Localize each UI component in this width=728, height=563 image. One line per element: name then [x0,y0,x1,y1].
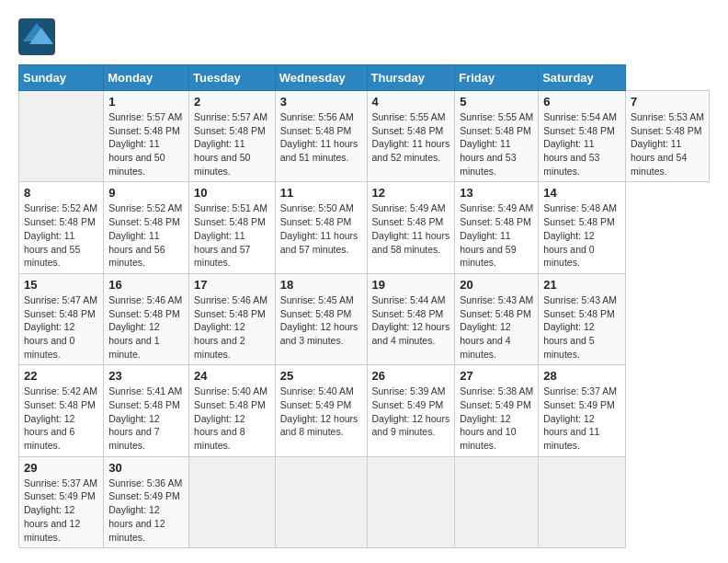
calendar-cell: 2 Sunrise: 5:57 AM Sunset: 5:48 PM Dayli… [189,91,276,182]
calendar-cell: 13 Sunrise: 5:49 AM Sunset: 5:48 PM Dayl… [455,182,539,273]
calendar-cell: 8 Sunrise: 5:52 AM Sunset: 5:48 PM Dayli… [19,182,104,273]
calendar-cell: 20 Sunrise: 5:43 AM Sunset: 5:48 PM Dayl… [455,273,539,364]
day-header-thursday: Thursday [367,65,455,91]
day-number: 28 [543,369,620,383]
day-detail: Sunrise: 5:52 AM Sunset: 5:48 PM Dayligh… [24,201,98,269]
calendar-cell [189,456,276,547]
calendar-cell [19,91,104,182]
day-number: 1 [108,95,184,109]
calendar-cell: 26 Sunrise: 5:39 AM Sunset: 5:49 PM Dayl… [367,365,455,456]
day-header-saturday: Saturday [539,65,626,91]
calendar-cell: 9 Sunrise: 5:52 AM Sunset: 5:48 PM Dayli… [104,182,189,273]
day-detail: Sunrise: 5:37 AM Sunset: 5:49 PM Dayligh… [24,477,98,544]
day-number: 19 [372,278,450,292]
calendar-cell [367,456,455,547]
day-number: 24 [194,369,270,383]
day-detail: Sunrise: 5:37 AM Sunset: 5:49 PM Dayligh… [543,385,620,452]
day-number: 25 [280,369,362,383]
calendar-cell: 4 Sunrise: 5:55 AM Sunset: 5:48 PM Dayli… [367,91,455,182]
day-number: 18 [280,278,362,292]
day-header-tuesday: Tuesday [189,65,276,91]
day-number: 12 [372,186,450,200]
day-number: 29 [24,461,98,475]
day-number: 21 [543,278,620,292]
calendar-cell: 19 Sunrise: 5:44 AM Sunset: 5:48 PM Dayl… [367,273,455,364]
day-detail: Sunrise: 5:40 AM Sunset: 5:49 PM Dayligh… [280,385,362,439]
day-header-monday: Monday [104,65,189,91]
calendar-cell: 17 Sunrise: 5:46 AM Sunset: 5:48 PM Dayl… [189,273,276,364]
day-detail: Sunrise: 5:46 AM Sunset: 5:48 PM Dayligh… [108,293,184,361]
day-number: 22 [24,369,98,383]
day-detail: Sunrise: 5:44 AM Sunset: 5:48 PM Dayligh… [372,293,450,348]
calendar-cell [539,456,626,547]
day-detail: Sunrise: 5:43 AM Sunset: 5:48 PM Dayligh… [543,293,620,361]
day-number: 2 [194,95,270,109]
day-number: 14 [543,186,620,200]
calendar-cell: 24 Sunrise: 5:40 AM Sunset: 5:48 PM Dayl… [189,365,276,456]
day-number: 13 [460,186,533,200]
day-number: 10 [194,186,270,200]
day-detail: Sunrise: 5:57 AM Sunset: 5:48 PM Dayligh… [194,110,270,178]
day-detail: Sunrise: 5:48 AM Sunset: 5:48 PM Dayligh… [543,201,620,269]
day-detail: Sunrise: 5:46 AM Sunset: 5:48 PM Dayligh… [194,293,270,361]
day-number: 3 [280,95,362,109]
calendar-cell: 11 Sunrise: 5:50 AM Sunset: 5:48 PM Dayl… [275,182,367,273]
day-detail: Sunrise: 5:50 AM Sunset: 5:48 PM Dayligh… [280,201,362,256]
day-detail: Sunrise: 5:42 AM Sunset: 5:48 PM Dayligh… [24,385,98,452]
day-number: 8 [24,186,98,200]
day-number: 9 [108,186,184,200]
day-header-friday: Friday [455,65,539,91]
calendar-table: SundayMondayTuesdayWednesdayThursdayFrid… [18,64,710,548]
calendar-cell: 14 Sunrise: 5:48 AM Sunset: 5:48 PM Dayl… [539,182,626,273]
day-detail: Sunrise: 5:47 AM Sunset: 5:48 PM Dayligh… [24,293,98,361]
day-detail: Sunrise: 5:43 AM Sunset: 5:48 PM Dayligh… [460,293,533,361]
day-detail: Sunrise: 5:49 AM Sunset: 5:48 PM Dayligh… [460,201,533,269]
day-detail: Sunrise: 5:52 AM Sunset: 5:48 PM Dayligh… [108,201,184,269]
calendar-cell: 15 Sunrise: 5:47 AM Sunset: 5:48 PM Dayl… [19,273,104,364]
day-detail: Sunrise: 5:40 AM Sunset: 5:48 PM Dayligh… [194,385,270,452]
day-header-wednesday: Wednesday [275,65,367,91]
calendar-cell: 29 Sunrise: 5:37 AM Sunset: 5:49 PM Dayl… [19,456,104,547]
calendar-cell: 16 Sunrise: 5:46 AM Sunset: 5:48 PM Dayl… [104,273,189,364]
calendar-cell: 5 Sunrise: 5:55 AM Sunset: 5:48 PM Dayli… [455,91,539,182]
day-number: 11 [280,186,362,200]
day-number: 26 [372,369,450,383]
day-number: 4 [372,95,450,109]
calendar-cell: 12 Sunrise: 5:49 AM Sunset: 5:48 PM Dayl… [367,182,455,273]
day-number: 7 [631,95,704,109]
calendar-cell: 1 Sunrise: 5:57 AM Sunset: 5:48 PM Dayli… [104,91,189,182]
day-number: 17 [194,278,270,292]
day-detail: Sunrise: 5:55 AM Sunset: 5:48 PM Dayligh… [460,110,533,178]
calendar-cell: 3 Sunrise: 5:56 AM Sunset: 5:48 PM Dayli… [275,91,367,182]
day-detail: Sunrise: 5:39 AM Sunset: 5:49 PM Dayligh… [372,385,450,439]
day-detail: Sunrise: 5:56 AM Sunset: 5:48 PM Dayligh… [280,110,362,165]
day-number: 27 [460,369,533,383]
calendar-cell: 7 Sunrise: 5:53 AM Sunset: 5:48 PM Dayli… [625,91,709,182]
day-header-sunday: Sunday [19,65,104,91]
calendar-cell: 25 Sunrise: 5:40 AM Sunset: 5:49 PM Dayl… [275,365,367,456]
calendar-cell: 18 Sunrise: 5:45 AM Sunset: 5:48 PM Dayl… [275,273,367,364]
day-number: 5 [460,95,533,109]
day-number: 20 [460,278,533,292]
calendar-cell: 30 Sunrise: 5:36 AM Sunset: 5:49 PM Dayl… [104,456,189,547]
calendar-cell: 28 Sunrise: 5:37 AM Sunset: 5:49 PM Dayl… [539,365,626,456]
day-number: 16 [108,278,184,292]
day-detail: Sunrise: 5:53 AM Sunset: 5:48 PM Dayligh… [631,110,704,178]
calendar-cell: 23 Sunrise: 5:41 AM Sunset: 5:48 PM Dayl… [104,365,189,456]
calendar-cell: 27 Sunrise: 5:38 AM Sunset: 5:49 PM Dayl… [455,365,539,456]
calendar-cell [455,456,539,547]
logo-icon [18,18,55,55]
day-detail: Sunrise: 5:51 AM Sunset: 5:48 PM Dayligh… [194,201,270,269]
day-number: 23 [108,369,184,383]
day-number: 6 [543,95,620,109]
day-detail: Sunrise: 5:54 AM Sunset: 5:48 PM Dayligh… [543,110,620,178]
day-number: 15 [24,278,98,292]
logo [18,18,59,55]
day-detail: Sunrise: 5:57 AM Sunset: 5:48 PM Dayligh… [108,110,184,178]
page-header [18,18,710,55]
day-detail: Sunrise: 5:38 AM Sunset: 5:49 PM Dayligh… [460,385,533,452]
day-detail: Sunrise: 5:49 AM Sunset: 5:48 PM Dayligh… [372,201,450,256]
day-detail: Sunrise: 5:41 AM Sunset: 5:48 PM Dayligh… [108,385,184,452]
calendar-cell [275,456,367,547]
calendar-cell: 10 Sunrise: 5:51 AM Sunset: 5:48 PM Dayl… [189,182,276,273]
